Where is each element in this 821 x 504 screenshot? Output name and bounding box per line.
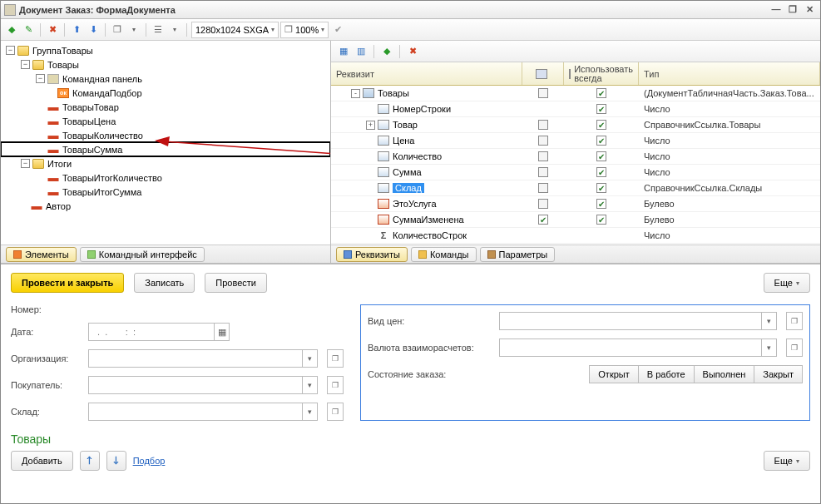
down-icon[interactable]: ⬇ bbox=[86, 22, 101, 37]
list-dropdown-icon[interactable]: ▾ bbox=[167, 22, 182, 37]
checkbox[interactable]: ✔ bbox=[596, 167, 606, 177]
close-button[interactable]: ✕ bbox=[802, 3, 817, 17]
dropdown-icon[interactable]: ▾ bbox=[302, 376, 317, 394]
edit-icon[interactable]: ✎ bbox=[21, 22, 36, 37]
checkbox[interactable]: ✔ bbox=[596, 151, 606, 161]
checkbox[interactable]: ✔ bbox=[596, 215, 606, 225]
checkbox[interactable] bbox=[538, 199, 548, 209]
post-button[interactable]: Провести bbox=[205, 273, 267, 293]
checkbox[interactable]: ✔ bbox=[596, 183, 606, 193]
maximize-button[interactable]: ❐ bbox=[785, 3, 800, 17]
toggle-icon[interactable]: − bbox=[21, 159, 30, 168]
buyer-input[interactable] bbox=[89, 380, 302, 390]
grid-row[interactable]: СуммаИзменена✔✔Булево bbox=[331, 212, 820, 228]
grid-row[interactable]: Количество✔Число bbox=[331, 149, 820, 165]
copy-icon[interactable]: ❐ bbox=[110, 22, 125, 37]
date-field[interactable]: ▦ bbox=[88, 323, 230, 341]
header-type[interactable]: Тип bbox=[639, 62, 820, 85]
toggle-icon[interactable]: + bbox=[366, 121, 375, 130]
zoom-dropdown[interactable]: ❐ 100%▾ bbox=[280, 22, 329, 38]
tab-requisites[interactable]: Реквизиты bbox=[336, 247, 408, 262]
tree-item[interactable]: ▬ Автор bbox=[1, 199, 330, 213]
delete-icon[interactable]: ✖ bbox=[405, 44, 420, 59]
tree-item[interactable]: ▬ ТоварыТовар bbox=[1, 100, 330, 114]
org-input[interactable] bbox=[89, 353, 302, 363]
toggle-icon[interactable]: − bbox=[36, 74, 45, 83]
org-field[interactable]: ▾ bbox=[88, 349, 318, 368]
checkbox[interactable] bbox=[538, 167, 548, 177]
seg-in-work[interactable]: В работе bbox=[638, 365, 695, 383]
calendar-icon[interactable]: ▦ bbox=[214, 323, 229, 341]
checkbox[interactable]: ✔ bbox=[596, 120, 606, 130]
tab-parameters[interactable]: Параметры bbox=[480, 247, 556, 262]
checkbox[interactable]: ✔ bbox=[596, 88, 606, 98]
currency-input[interactable] bbox=[500, 343, 761, 353]
open-icon[interactable]: ❐ bbox=[786, 338, 803, 357]
grid-row[interactable]: Сумма✔Число bbox=[331, 165, 820, 180]
seg-closed[interactable]: Закрыт bbox=[754, 365, 803, 383]
grid-row[interactable]: НомерСтроки✔Число bbox=[331, 101, 820, 117]
open-icon[interactable]: ❐ bbox=[327, 376, 344, 394]
checkbox[interactable]: ✔ bbox=[596, 104, 606, 114]
tab-command-interface[interactable]: Командный интерфейс bbox=[80, 247, 205, 262]
checkbox[interactable] bbox=[538, 151, 548, 161]
delete-icon[interactable]: ✖ bbox=[45, 22, 60, 37]
checkbox[interactable] bbox=[538, 88, 548, 98]
tree-item[interactable]: ок КомандаПодбор bbox=[1, 86, 330, 100]
dropdown-icon[interactable]: ▾ bbox=[761, 312, 776, 330]
buyer-field[interactable]: ▾ bbox=[88, 376, 318, 394]
check-icon[interactable]: ✔ bbox=[330, 22, 345, 37]
tab-commands[interactable]: Команды bbox=[411, 247, 477, 262]
date-input[interactable] bbox=[89, 327, 214, 337]
tree-item[interactable]: ▬ ТоварыЦена bbox=[1, 114, 330, 128]
tree-item[interactable]: ▬ ТоварыИтогСумма bbox=[1, 185, 330, 199]
warehouse-field[interactable]: ▾ bbox=[88, 403, 318, 421]
open-icon[interactable]: ❐ bbox=[786, 312, 803, 330]
seg-done[interactable]: Выполнен bbox=[694, 365, 755, 383]
minimize-button[interactable]: — bbox=[769, 3, 784, 17]
up-icon[interactable]: ⬆ bbox=[69, 22, 84, 37]
grid-row[interactable]: Цена✔Число bbox=[331, 133, 820, 149]
tree-item-selected[interactable]: ▬ ТоварыСумма bbox=[1, 142, 330, 156]
pricetype-field[interactable]: ▾ bbox=[499, 312, 777, 330]
goods-more-button[interactable]: Еще▾ bbox=[764, 451, 810, 471]
tree-item[interactable]: − Товары bbox=[1, 57, 330, 72]
checkbox[interactable] bbox=[538, 183, 548, 193]
header-requisite[interactable]: Реквизит bbox=[331, 62, 522, 85]
open-icon[interactable]: ❐ bbox=[327, 349, 344, 368]
copy-dropdown-icon[interactable]: ▾ bbox=[126, 22, 141, 37]
grid-row[interactable]: ЭтоУслуга✔Булево bbox=[331, 196, 820, 212]
add-row-button[interactable]: Добавить bbox=[11, 451, 73, 471]
warehouse-input[interactable] bbox=[89, 407, 302, 417]
currency-field[interactable]: ▾ bbox=[499, 338, 777, 357]
grid-row[interactable]: +Товар✔СправочникСсылка.Товары bbox=[331, 117, 820, 133]
checkbox[interactable] bbox=[538, 136, 548, 146]
dropdown-icon[interactable]: ▾ bbox=[761, 338, 776, 357]
toggle-icon[interactable]: − bbox=[21, 60, 30, 69]
grid-icon[interactable]: ▦ bbox=[336, 44, 351, 59]
grid2-icon[interactable]: ▥ bbox=[354, 44, 368, 59]
list-icon[interactable]: ☰ bbox=[151, 22, 166, 37]
tree-item[interactable]: − Командная панель bbox=[1, 72, 330, 86]
pick-link[interactable]: Подбор bbox=[133, 456, 166, 466]
open-icon[interactable]: ❐ bbox=[327, 403, 344, 421]
tree-root[interactable]: − ГруппаТовары bbox=[1, 43, 330, 57]
checkbox[interactable]: ✔ bbox=[538, 215, 548, 225]
tree-item[interactable]: ▬ ТоварыКоличество bbox=[1, 128, 330, 142]
dropdown-icon[interactable]: ▾ bbox=[302, 349, 317, 368]
elements-tree[interactable]: − ГруппаТовары − Товары − Командная пане… bbox=[1, 41, 330, 245]
resolution-dropdown[interactable]: 1280x1024 SXGA▾ bbox=[191, 22, 279, 38]
tab-elements[interactable]: Элементы bbox=[6, 247, 77, 262]
grid-row[interactable]: -Товары✔(ДокументТабличнаяЧасть.Заказ.То… bbox=[331, 86, 820, 101]
grid-body[interactable]: -Товары✔(ДокументТабличнаяЧасть.Заказ.То… bbox=[331, 86, 820, 245]
grid-row[interactable]: Склад✔СправочникСсылка.Склады bbox=[331, 180, 820, 196]
tree-item[interactable]: − Итоги bbox=[1, 156, 330, 170]
seg-open[interactable]: Открыт bbox=[589, 365, 638, 383]
more-button[interactable]: Еще▾ bbox=[764, 273, 810, 293]
save-button[interactable]: Записать bbox=[134, 273, 195, 293]
checkbox[interactable]: ✔ bbox=[596, 199, 606, 209]
post-and-close-button[interactable]: Провести и закрыть bbox=[11, 273, 124, 293]
header-use-always[interactable]: Использовать всегда bbox=[564, 62, 639, 85]
move-up-button[interactable]: 🡑 bbox=[80, 451, 100, 471]
pricetype-input[interactable] bbox=[500, 316, 761, 326]
